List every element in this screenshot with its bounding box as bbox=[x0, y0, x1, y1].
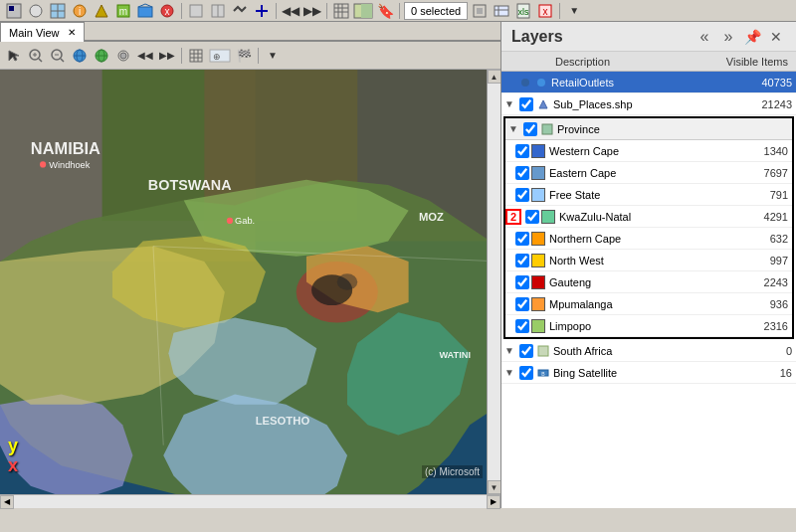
checkbox-gauteng[interactable] bbox=[515, 275, 529, 289]
color-limpopo bbox=[531, 319, 545, 333]
map-tool-arrow[interactable] bbox=[4, 46, 24, 66]
toolbar-icon-4[interactable]: i bbox=[70, 1, 90, 21]
svg-point-80 bbox=[227, 218, 233, 224]
toolbar-icon-extra[interactable]: ▼ bbox=[564, 1, 584, 21]
layers-list[interactable]: RetailOutlets 40735 ▼ Sub_Places.shp 212… bbox=[501, 72, 796, 508]
layer-name-free-state: Free State bbox=[549, 189, 738, 201]
layer-row-bing[interactable]: ▼ B Bing Satellite 16 bbox=[501, 362, 796, 384]
hscroll-left[interactable]: ◀ bbox=[0, 495, 14, 509]
layer-row-limpopo[interactable]: Limpopo 2316 bbox=[505, 315, 792, 337]
checkbox-western-cape[interactable] bbox=[515, 144, 529, 158]
checkbox-limpopo[interactable] bbox=[515, 319, 529, 333]
sep-5 bbox=[559, 3, 560, 19]
layers-back-btn[interactable]: « bbox=[695, 27, 714, 47]
toolbar-icon-8[interactable]: x bbox=[157, 1, 177, 21]
layer-row-gauteng[interactable]: Gauteng 2243 bbox=[505, 271, 792, 293]
checkbox-kzn[interactable] bbox=[525, 210, 539, 224]
checkbox-sa[interactable] bbox=[519, 344, 533, 358]
layer-name-western-cape: Western Cape bbox=[549, 145, 738, 157]
map-view[interactable]: NAMIBIA BOTSWANA MOZ WATINI LESOTHO Wind… bbox=[0, 70, 500, 494]
toolbar-icon-10[interactable] bbox=[208, 1, 228, 21]
toolbar-icon-6[interactable]: m bbox=[113, 1, 133, 21]
collapse-subplaces[interactable]: ▼ bbox=[502, 97, 516, 111]
map-toolbar: ◀◀ ▶▶ ⊕ 🏁 ▼ bbox=[0, 42, 500, 70]
sep-2 bbox=[276, 3, 277, 19]
map-tool-fwd[interactable]: ▶▶ bbox=[157, 46, 177, 66]
map-vscroll[interactable]: ▲ ▼ bbox=[487, 70, 500, 494]
layer-row-retail[interactable]: RetailOutlets 40735 bbox=[501, 72, 796, 93]
toolbar-icon-11[interactable] bbox=[230, 1, 250, 21]
toolbar-icon-12[interactable] bbox=[252, 1, 272, 21]
checkbox-north-west[interactable] bbox=[515, 254, 529, 267]
toolbar-icon-3[interactable] bbox=[48, 1, 68, 21]
layer-row-subplaces[interactable]: ▼ Sub_Places.shp 21243 bbox=[501, 93, 796, 115]
layer-row-province[interactable]: ▼ Province bbox=[505, 118, 792, 140]
toolbar-icon-13[interactable]: ◀◀ bbox=[281, 1, 300, 21]
layer-count-eastern-cape: 7697 bbox=[738, 167, 788, 179]
collapse-bing[interactable]: ▼ bbox=[502, 366, 516, 380]
map-tool-globe2[interactable] bbox=[92, 46, 111, 66]
toolbar-icon-14[interactable]: ▶▶ bbox=[302, 1, 322, 21]
hscroll-track[interactable] bbox=[14, 495, 487, 508]
toolbar-icon-5[interactable] bbox=[92, 1, 111, 21]
toolbar-icon-table[interactable] bbox=[492, 1, 511, 21]
layer-row-south-africa[interactable]: ▼ South Africa 0 bbox=[501, 340, 796, 362]
layer-row-eastern-cape[interactable]: Eastern Cape 7697 bbox=[505, 162, 792, 184]
checkbox-free-state[interactable] bbox=[515, 188, 529, 202]
layer-icon-province bbox=[539, 121, 555, 137]
map-tool-flag[interactable]: 🏁 bbox=[234, 46, 254, 66]
checkbox-eastern-cape[interactable] bbox=[515, 166, 529, 180]
tab-close-btn[interactable]: ✕ bbox=[68, 27, 76, 38]
checkbox-mpumalanga[interactable] bbox=[515, 297, 529, 311]
map-tool-zoom-out[interactable] bbox=[48, 46, 68, 66]
toolbar-icon-1[interactable] bbox=[4, 1, 24, 21]
expand-subplaces: ▼ bbox=[501, 97, 517, 111]
map-tool-extra[interactable]: ▼ bbox=[263, 46, 283, 66]
layer-row-north-west[interactable]: North West 997 bbox=[505, 250, 792, 271]
layers-fwd-btn[interactable]: » bbox=[718, 27, 738, 47]
map-tool-zoom-in[interactable] bbox=[26, 46, 46, 66]
layers-pin-btn[interactable]: 📌 bbox=[742, 27, 762, 47]
map-tool-gear[interactable] bbox=[113, 46, 133, 66]
map-tool-globe[interactable] bbox=[70, 46, 90, 66]
layer-name-northern-cape: Northern Cape bbox=[549, 233, 738, 245]
layers-close-btn[interactable]: ✕ bbox=[766, 27, 786, 47]
checkbox-bing[interactable] bbox=[519, 366, 533, 380]
svg-line-40 bbox=[61, 59, 64, 62]
checkbox-province[interactable] bbox=[523, 122, 537, 136]
toolbar-icon-x[interactable]: x bbox=[535, 1, 555, 21]
toolbar-icon-2[interactable] bbox=[26, 1, 46, 21]
toolbar-icon-map[interactable] bbox=[353, 1, 373, 21]
layer-row-western-cape[interactable]: Western Cape 1340 bbox=[505, 140, 792, 162]
map-tool-back[interactable]: ◀◀ bbox=[135, 46, 155, 66]
layer-row-free-state[interactable]: Free State 791 bbox=[505, 184, 792, 206]
svg-text:m: m bbox=[119, 6, 127, 17]
layer-row-northern-cape[interactable]: Northern Cape 632 bbox=[505, 228, 792, 250]
checkbox-northern-cape[interactable] bbox=[515, 232, 529, 246]
vscroll-down[interactable]: ▼ bbox=[488, 480, 501, 494]
toolbar-icon-select[interactable] bbox=[470, 1, 490, 21]
toolbar-icon-9[interactable] bbox=[186, 1, 206, 21]
layer-icon-sa bbox=[535, 343, 551, 359]
checkbox-subplaces[interactable] bbox=[519, 97, 533, 111]
map-sep bbox=[181, 48, 182, 64]
map-hscroll[interactable]: ◀ ▶ bbox=[0, 494, 500, 508]
collapse-sa[interactable]: ▼ bbox=[502, 344, 516, 358]
layer-row-kzn[interactable]: 2 KwaZulu-Natal 4291 bbox=[505, 206, 792, 228]
collapse-province[interactable]: ▼ bbox=[506, 122, 520, 136]
province-group-container: ▼ Province Western Cape 1340 bbox=[503, 116, 794, 339]
vscroll-up[interactable]: ▲ bbox=[488, 70, 501, 84]
toolbar-icon-bookmark[interactable]: 🔖 bbox=[375, 1, 395, 21]
layer-name-north-west: North West bbox=[549, 255, 738, 266]
svg-marker-8 bbox=[96, 5, 107, 17]
toolbar-icon-excel[interactable]: xls bbox=[513, 1, 533, 21]
main-view-tab[interactable]: Main View ✕ bbox=[0, 22, 85, 42]
layer-row-mpumalanga[interactable]: Mpumalanga 936 bbox=[505, 293, 792, 315]
svg-text:⊕: ⊕ bbox=[213, 52, 221, 62]
hscroll-right[interactable]: ▶ bbox=[487, 495, 500, 509]
map-tool-crosshair[interactable]: ⊕ bbox=[208, 46, 232, 66]
vscroll-track[interactable] bbox=[488, 84, 500, 480]
toolbar-icon-7[interactable] bbox=[135, 1, 155, 21]
toolbar-icon-15[interactable] bbox=[331, 1, 351, 21]
map-tool-grid[interactable] bbox=[186, 46, 206, 66]
